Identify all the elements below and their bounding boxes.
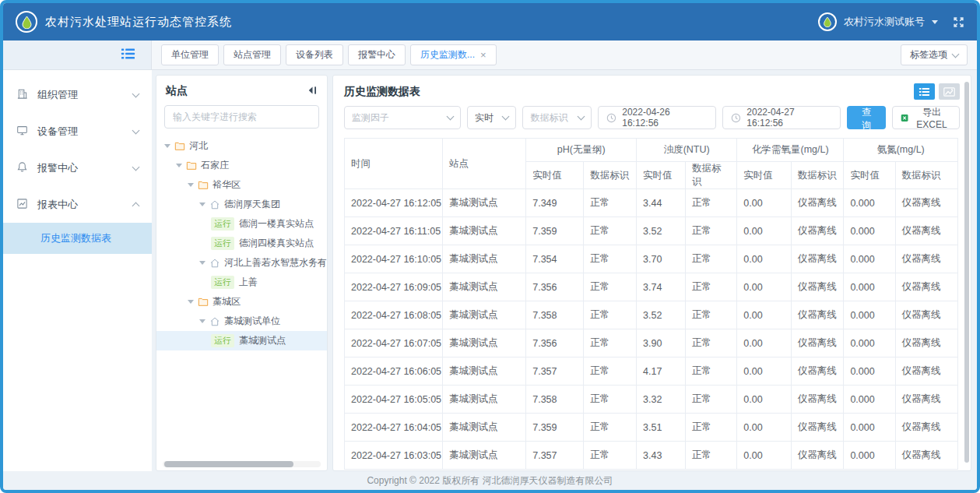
cell-ph-flag: 正常 xyxy=(584,301,637,329)
tree-scrollbar-thumb[interactable] xyxy=(164,461,293,467)
cell-ph-flag: 正常 xyxy=(584,357,637,386)
cell-ph-flag: 正常 xyxy=(584,245,637,273)
tree-node-station[interactable]: 运行上善 xyxy=(156,273,327,292)
cell-time: 2022-04-27 16:12:05 xyxy=(345,189,443,217)
cell-nh3n-value: 0.000 xyxy=(844,189,895,217)
menu-list-icon[interactable] xyxy=(121,48,135,63)
tree-expand-caret-icon[interactable] xyxy=(199,202,205,206)
tree-node-org[interactable]: 德润厚天集团 xyxy=(156,195,327,214)
table-body: 2022-04-27 16:12:05藁城测试点7.349正常3.44正常0.0… xyxy=(345,189,958,470)
cell-time: 2022-04-27 16:03:05 xyxy=(345,442,443,470)
data-flag-select[interactable]: 数据标识 xyxy=(522,106,592,129)
cell-nh3n-value: 0.000 xyxy=(844,414,895,442)
tab-label: 历史监测数... xyxy=(420,48,475,62)
tree-expand-caret-icon[interactable] xyxy=(188,183,194,187)
subcol-cod-flag: 数据标识 xyxy=(791,162,844,189)
cell-turbidity-value: 3.51 xyxy=(637,414,686,442)
tab-close-icon[interactable]: × xyxy=(480,50,486,60)
cell-turbidity-value: 3.70 xyxy=(637,245,686,273)
tree-node-label: 德润四楼真实站点 xyxy=(239,237,314,250)
tree-horizontal-scrollbar[interactable] xyxy=(163,461,321,467)
end-time-picker[interactable]: 2022-04-27 16:12:56 xyxy=(722,106,841,129)
cell-cod-flag: 仪器离线 xyxy=(791,273,844,301)
table-row: 2022-04-27 16:03:05藁城测试点7.357正常3.43正常0.0… xyxy=(345,442,958,470)
sidebar-item-monitor[interactable]: 设备管理 xyxy=(3,113,152,150)
tree-node-label: 河北上善若水智慧水务有限公司 xyxy=(224,256,327,269)
tree-expand-caret-icon[interactable] xyxy=(188,300,194,304)
sidebar-item-chart[interactable]: 报表中心 xyxy=(3,186,152,223)
tree-expand-caret-icon[interactable] xyxy=(164,144,170,148)
tab[interactable]: 报警中心 xyxy=(348,44,406,65)
tree-expand-caret-icon[interactable] xyxy=(199,319,205,323)
fullscreen-icon[interactable] xyxy=(953,16,964,28)
interval-select-value: 实时 xyxy=(475,111,494,125)
table-row: 2022-04-27 16:07:05藁城测试点7.356正常3.90正常0.0… xyxy=(345,329,958,357)
tree-node-folder[interactable]: 河北 xyxy=(156,136,327,156)
account-caret-icon[interactable] xyxy=(932,20,938,24)
tree-node-station[interactable]: 运行德润四楼真实站点 xyxy=(156,234,327,253)
cell-station: 藁城测试点 xyxy=(443,414,526,442)
sidebar: 组织管理设备管理报警中心报表中心历史监测数据表 xyxy=(3,70,152,471)
tree-search-input[interactable] xyxy=(164,105,319,129)
cell-time: 2022-04-27 16:06:05 xyxy=(345,357,443,386)
clock-icon xyxy=(731,113,741,123)
view-toggles xyxy=(914,83,960,100)
excel-icon xyxy=(901,113,908,123)
tree-expand-caret-icon[interactable] xyxy=(176,164,182,167)
tab-label: 单位管理 xyxy=(171,48,209,62)
tab-label: 设备列表 xyxy=(296,48,333,62)
tab-active[interactable]: 历史监测数...× xyxy=(410,44,497,65)
cell-turbidity-flag: 正常 xyxy=(686,386,737,414)
sidebar-item-bell[interactable]: 报警中心 xyxy=(3,150,152,186)
table-row: 2022-04-27 16:10:05藁城测试点7.354正常3.70正常0.0… xyxy=(345,245,958,273)
cell-station: 藁城测试点 xyxy=(443,329,526,357)
subcol-turbidity-realtime: 实时值 xyxy=(637,162,686,189)
table-vertical-scrollbar[interactable] xyxy=(964,82,969,463)
factor-select[interactable]: 监测因子 xyxy=(344,106,461,129)
interval-select[interactable]: 实时 xyxy=(467,106,516,129)
tree-node-folder[interactable]: 藁城区 xyxy=(156,292,327,312)
collapse-panel-icon[interactable] xyxy=(307,85,318,97)
account-area[interactable]: 农村污水测试账号 xyxy=(818,12,964,31)
cell-nh3n-value: 0.000 xyxy=(844,245,895,273)
tab[interactable]: 设备列表 xyxy=(286,44,343,65)
query-button[interactable]: 查询 xyxy=(847,106,885,129)
tree-node-label: 藁城测试点 xyxy=(239,334,286,347)
col-group-ph: pH(无量纲) xyxy=(526,139,637,162)
history-data-table: 时间 站点 pH(无量纲) 浊度(NTU) 化学需氧量(mg/L) 氨氮(mg/… xyxy=(344,138,958,470)
cell-ph-flag: 正常 xyxy=(584,189,637,217)
tree-node-folder[interactable]: 石家庄 xyxy=(156,156,327,175)
account-name[interactable]: 农村污水测试账号 xyxy=(844,15,925,29)
tab[interactable]: 单位管理 xyxy=(161,44,219,65)
tree-node-org[interactable]: 藁城测试单位 xyxy=(156,312,327,331)
start-time-picker[interactable]: 2022-04-26 16:12:56 xyxy=(598,106,716,129)
station-tree: 河北石家庄裕华区德润厚天集团运行德润一楼真实站点运行德润四楼真实站点河北上善若水… xyxy=(156,135,327,470)
chevron-down-icon xyxy=(447,113,455,121)
subcol-cod-realtime: 实时值 xyxy=(737,162,791,189)
sidebar-subitem-history-data[interactable]: 历史监测数据表 xyxy=(3,223,152,254)
tree-expand-caret-icon[interactable] xyxy=(199,261,205,265)
tree-node-org[interactable]: 河北上善若水智慧水务有限公司 xyxy=(156,253,327,273)
filter-bar: 监测因子 实时 数据标识 2022-04-26 16:12:56 xyxy=(333,106,971,138)
tree-node-station[interactable]: 运行德润一楼真实站点 xyxy=(156,214,327,234)
subcol-turbidity-flag: 数据标识 xyxy=(686,162,737,189)
cell-nh3n-flag: 仪器离线 xyxy=(895,301,957,329)
tree-node-label: 上善 xyxy=(239,276,258,289)
cell-station: 藁城测试点 xyxy=(443,386,526,414)
account-avatar-drop-icon xyxy=(818,12,837,31)
cell-nh3n-flag: 仪器离线 xyxy=(895,386,957,414)
tab-options-button[interactable]: 标签选项 xyxy=(901,44,968,65)
tree-node-station[interactable]: 运行藁城测试点 xyxy=(156,331,327,350)
chevron-up-icon xyxy=(132,202,140,210)
table-row: 2022-04-27 16:12:05藁城测试点7.349正常3.44正常0.0… xyxy=(345,189,958,217)
tab[interactable]: 站点管理 xyxy=(223,44,281,65)
cell-ph-flag: 正常 xyxy=(584,442,637,470)
sidebar-item-building[interactable]: 组织管理 xyxy=(3,76,152,113)
chart-view-button[interactable] xyxy=(939,83,960,100)
cell-station: 藁城测试点 xyxy=(443,357,526,386)
export-excel-button[interactable]: 导出EXCEL xyxy=(892,106,960,129)
folder-icon xyxy=(198,180,209,190)
cell-turbidity-flag: 正常 xyxy=(686,245,737,273)
tree-node-folder[interactable]: 裕华区 xyxy=(156,175,327,195)
table-view-button[interactable] xyxy=(914,83,935,100)
